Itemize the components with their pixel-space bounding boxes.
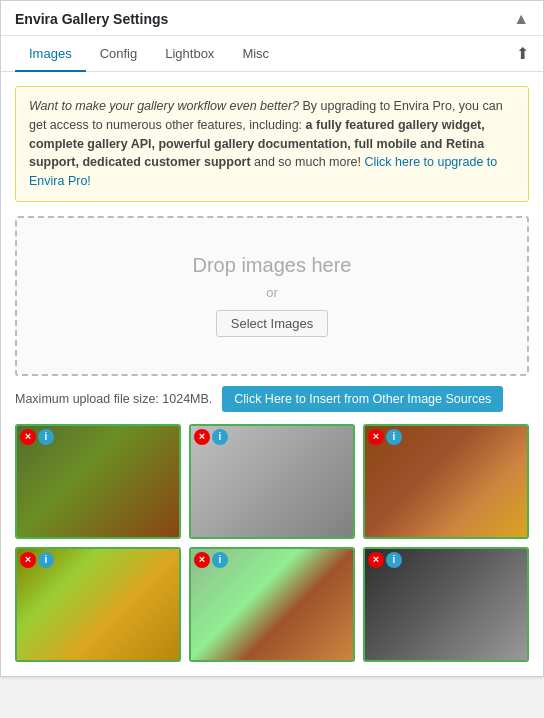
tabs: Images Config Lightbox Misc (15, 36, 283, 71)
drop-text: Drop images here (193, 254, 352, 277)
tab-misc[interactable]: Misc (228, 36, 283, 72)
promo-box: Want to make your gallery workflow even … (15, 86, 529, 202)
gallery-item-overlay: × i (191, 549, 231, 571)
gallery-item: × i (189, 424, 355, 539)
info-icon[interactable]: i (38, 429, 54, 445)
panel-body: Want to make your gallery workflow even … (1, 72, 543, 676)
gallery-item-overlay: × i (191, 426, 231, 448)
info-icon[interactable]: i (386, 429, 402, 445)
remove-icon[interactable]: × (368, 552, 384, 568)
gallery-item-overlay: × i (365, 549, 405, 571)
upload-size-label: Maximum upload file size: 1024MB. (15, 392, 212, 406)
gallery-item: × i (15, 547, 181, 662)
remove-icon[interactable]: × (194, 552, 210, 568)
gallery-item: × i (363, 547, 529, 662)
remove-icon[interactable]: × (194, 429, 210, 445)
select-images-button[interactable]: Select Images (216, 310, 328, 337)
info-icon[interactable]: i (38, 552, 54, 568)
gallery-item-overlay: × i (17, 549, 57, 571)
gallery-grid: × i × i × i × (15, 424, 529, 662)
tab-lightbox[interactable]: Lightbox (151, 36, 228, 72)
upload-info-row: Maximum upload file size: 1024MB. Click … (15, 386, 529, 412)
gallery-item: × i (189, 547, 355, 662)
info-icon[interactable]: i (212, 429, 228, 445)
info-icon[interactable]: i (212, 552, 228, 568)
panel-header: Envira Gallery Settings ▲ (1, 1, 543, 36)
collapse-icon[interactable]: ▲ (513, 11, 529, 27)
promo-text2: and so much more! (251, 155, 365, 169)
promo-intro: Want to make your gallery workflow even … (29, 99, 299, 113)
tab-images[interactable]: Images (15, 36, 86, 72)
tab-config[interactable]: Config (86, 36, 152, 72)
gallery-item: × i (15, 424, 181, 539)
gallery-item: × i (363, 424, 529, 539)
tabs-row: Images Config Lightbox Misc ⬆ (1, 36, 543, 72)
drop-zone[interactable]: Drop images here or Select Images (15, 216, 529, 376)
share-icon[interactable]: ⬆ (516, 44, 529, 63)
remove-icon[interactable]: × (20, 429, 36, 445)
envira-gallery-panel: Envira Gallery Settings ▲ Images Config … (0, 0, 544, 677)
panel-title: Envira Gallery Settings (15, 11, 168, 27)
remove-icon[interactable]: × (368, 429, 384, 445)
gallery-item-overlay: × i (17, 426, 57, 448)
info-icon[interactable]: i (386, 552, 402, 568)
insert-sources-button[interactable]: Click Here to Insert from Other Image So… (222, 386, 503, 412)
gallery-item-overlay: × i (365, 426, 405, 448)
remove-icon[interactable]: × (20, 552, 36, 568)
drop-or: or (266, 285, 278, 300)
